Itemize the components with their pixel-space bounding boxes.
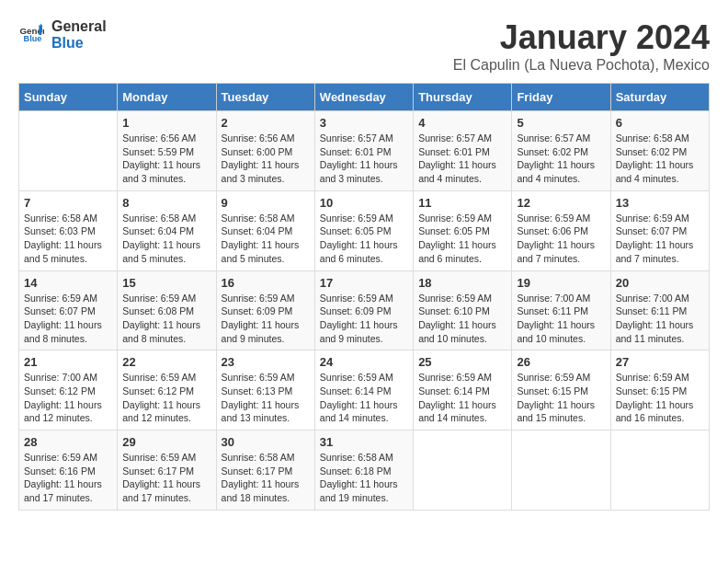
logo: General Blue General Blue: [18, 18, 107, 51]
sunset-text: Sunset: 6:18 PM: [320, 465, 408, 478]
sunrise-text: Sunrise: 6:57 AM: [320, 132, 408, 145]
daylight-text: Daylight: 11 hours and 3 minutes.: [320, 158, 408, 185]
sunset-text: Sunset: 6:17 PM: [122, 465, 210, 478]
day-number: 1: [122, 116, 210, 130]
day-number: 10: [320, 196, 408, 210]
calendar-cell: [512, 431, 610, 511]
day-number: 25: [418, 355, 506, 369]
sunset-text: Sunset: 6:10 PM: [418, 304, 506, 318]
daylight-text: Daylight: 11 hours and 7 minutes.: [616, 238, 704, 265]
sunrise-text: Sunrise: 6:58 AM: [616, 132, 704, 145]
daylight-text: Daylight: 11 hours and 13 minutes.: [222, 398, 310, 425]
sunrise-text: Sunrise: 6:57 AM: [418, 132, 506, 145]
sunrise-text: Sunrise: 7:00 AM: [616, 292, 704, 305]
sunset-text: Sunset: 6:17 PM: [222, 465, 310, 478]
daylight-text: Daylight: 11 hours and 16 minutes.: [616, 398, 704, 425]
day-info: Sunrise: 6:59 AM Sunset: 6:15 PM Dayligh…: [616, 371, 704, 425]
calendar-cell: 1 Sunrise: 6:56 AM Sunset: 5:59 PM Dayli…: [118, 111, 216, 191]
daylight-text: Daylight: 11 hours and 3 minutes.: [122, 158, 210, 185]
sunrise-text: Sunrise: 6:59 AM: [320, 371, 408, 385]
calendar-cell: 12 Sunrise: 6:59 AM Sunset: 6:06 PM Dayl…: [512, 190, 610, 270]
day-info: Sunrise: 7:00 AM Sunset: 6:11 PM Dayligh…: [616, 292, 704, 346]
day-info: Sunrise: 6:59 AM Sunset: 6:14 PM Dayligh…: [320, 371, 408, 425]
daylight-text: Daylight: 11 hours and 4 minutes.: [517, 158, 605, 185]
day-number: 24: [320, 355, 408, 369]
calendar-cell: 21 Sunrise: 7:00 AM Sunset: 6:12 PM Dayl…: [19, 350, 118, 431]
sunrise-text: Sunrise: 6:58 AM: [24, 212, 112, 225]
calendar-cell: 25 Sunrise: 6:59 AM Sunset: 6:14 PM Dayl…: [414, 350, 512, 431]
day-info: Sunrise: 6:59 AM Sunset: 6:14 PM Dayligh…: [418, 371, 506, 425]
day-info: Sunrise: 6:59 AM Sunset: 6:13 PM Dayligh…: [222, 371, 310, 425]
daylight-text: Daylight: 11 hours and 19 minutes.: [320, 477, 408, 504]
day-number: 27: [616, 355, 704, 369]
sunrise-text: Sunrise: 6:59 AM: [418, 212, 506, 225]
calendar-cell: 11 Sunrise: 6:59 AM Sunset: 6:05 PM Dayl…: [414, 190, 512, 270]
sunrise-text: Sunrise: 6:59 AM: [122, 451, 210, 465]
day-info: Sunrise: 6:58 AM Sunset: 6:18 PM Dayligh…: [320, 451, 408, 505]
calendar-cell: 2 Sunrise: 6:56 AM Sunset: 6:00 PM Dayli…: [216, 111, 314, 191]
sunrise-text: Sunrise: 6:59 AM: [222, 371, 310, 385]
logo-blue-text: Blue: [51, 35, 107, 52]
sunrise-text: Sunrise: 6:59 AM: [418, 292, 506, 305]
month-title: January 2024: [453, 18, 710, 57]
daylight-text: Daylight: 11 hours and 8 minutes.: [24, 318, 112, 345]
day-info: Sunrise: 6:58 AM Sunset: 6:02 PM Dayligh…: [616, 132, 704, 186]
daylight-text: Daylight: 11 hours and 18 minutes.: [222, 477, 310, 504]
sunset-text: Sunset: 6:12 PM: [122, 385, 210, 398]
sunset-text: Sunset: 6:08 PM: [122, 304, 210, 318]
day-number: 12: [517, 196, 605, 210]
sunrise-text: Sunrise: 6:58 AM: [222, 212, 310, 225]
sunset-text: Sunset: 6:14 PM: [418, 385, 506, 398]
day-info: Sunrise: 6:59 AM Sunset: 6:17 PM Dayligh…: [122, 451, 210, 505]
sunrise-text: Sunrise: 6:59 AM: [418, 371, 506, 385]
day-info: Sunrise: 6:57 AM Sunset: 6:01 PM Dayligh…: [418, 132, 506, 186]
daylight-text: Daylight: 11 hours and 12 minutes.: [24, 398, 112, 425]
day-number: 20: [616, 276, 704, 290]
day-number: 23: [222, 355, 310, 369]
calendar-cell: 24 Sunrise: 6:59 AM Sunset: 6:14 PM Dayl…: [314, 350, 413, 431]
day-info: Sunrise: 6:59 AM Sunset: 6:16 PM Dayligh…: [24, 451, 112, 505]
location-subtitle: El Capulin (La Nueva Pochota), Mexico: [453, 57, 710, 74]
header-thursday: Thursday: [414, 84, 512, 111]
sunset-text: Sunset: 6:13 PM: [222, 385, 310, 398]
sunset-text: Sunset: 6:15 PM: [517, 385, 605, 398]
day-number: 3: [320, 116, 408, 130]
calendar-cell: 18 Sunrise: 6:59 AM Sunset: 6:10 PM Dayl…: [414, 270, 512, 350]
day-info: Sunrise: 6:56 AM Sunset: 6:00 PM Dayligh…: [222, 132, 310, 186]
calendar-cell: 31 Sunrise: 6:58 AM Sunset: 6:18 PM Dayl…: [314, 431, 413, 511]
calendar-cell: 10 Sunrise: 6:59 AM Sunset: 6:05 PM Dayl…: [314, 190, 413, 270]
day-info: Sunrise: 7:00 AM Sunset: 6:12 PM Dayligh…: [24, 371, 112, 425]
sunrise-text: Sunrise: 6:59 AM: [122, 292, 210, 305]
day-number: 8: [122, 196, 210, 210]
sunset-text: Sunset: 6:05 PM: [320, 224, 408, 238]
calendar-cell: 28 Sunrise: 6:59 AM Sunset: 6:16 PM Dayl…: [19, 431, 118, 511]
calendar-cell: [610, 431, 709, 511]
sunset-text: Sunset: 6:02 PM: [517, 145, 605, 159]
calendar-week-row: 14 Sunrise: 6:59 AM Sunset: 6:07 PM Dayl…: [19, 270, 710, 350]
logo-icon: General Blue: [18, 22, 44, 48]
daylight-text: Daylight: 11 hours and 15 minutes.: [517, 398, 605, 425]
title-block: January 2024 El Capulin (La Nueva Pochot…: [453, 18, 710, 74]
sunrise-text: Sunrise: 6:59 AM: [24, 292, 112, 305]
sunrise-text: Sunrise: 6:58 AM: [320, 451, 408, 465]
daylight-text: Daylight: 11 hours and 5 minutes.: [24, 238, 112, 265]
sunset-text: Sunset: 6:01 PM: [320, 145, 408, 159]
header-row: Sunday Monday Tuesday Wednesday Thursday…: [19, 84, 710, 111]
day-info: Sunrise: 6:59 AM Sunset: 6:15 PM Dayligh…: [517, 371, 605, 425]
sunset-text: Sunset: 6:06 PM: [517, 224, 605, 238]
sunset-text: Sunset: 6:02 PM: [616, 145, 704, 159]
sunset-text: Sunset: 6:14 PM: [320, 385, 408, 398]
sunset-text: Sunset: 6:04 PM: [222, 224, 310, 238]
day-info: Sunrise: 6:59 AM Sunset: 6:05 PM Dayligh…: [320, 212, 408, 266]
day-number: 7: [24, 196, 112, 210]
daylight-text: Daylight: 11 hours and 12 minutes.: [122, 398, 210, 425]
header-sunday: Sunday: [19, 84, 118, 111]
day-number: 17: [320, 276, 408, 290]
sunset-text: Sunset: 6:16 PM: [24, 465, 112, 478]
day-info: Sunrise: 6:59 AM Sunset: 6:05 PM Dayligh…: [418, 212, 506, 266]
calendar-cell: 20 Sunrise: 7:00 AM Sunset: 6:11 PM Dayl…: [610, 270, 709, 350]
day-info: Sunrise: 6:59 AM Sunset: 6:08 PM Dayligh…: [122, 292, 210, 346]
calendar-cell: 4 Sunrise: 6:57 AM Sunset: 6:01 PM Dayli…: [414, 111, 512, 191]
day-info: Sunrise: 6:58 AM Sunset: 6:04 PM Dayligh…: [122, 212, 210, 266]
header-wednesday: Wednesday: [314, 84, 413, 111]
